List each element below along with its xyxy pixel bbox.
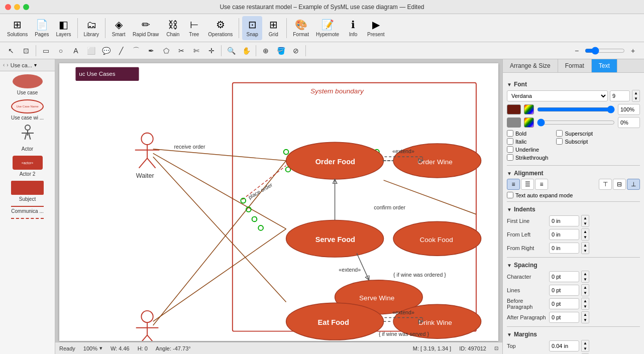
bold-checkbox[interactable]: [507, 130, 513, 137]
close-button[interactable]: [5, 4, 11, 10]
toolbar-info[interactable]: ℹ Info: [343, 16, 363, 40]
from-left-up[interactable]: ▲: [582, 229, 589, 234]
first-line-up[interactable]: ▲: [582, 215, 589, 221]
zoom-slider[interactable]: [585, 47, 625, 55]
stroke-opacity-input[interactable]: [618, 117, 640, 128]
callout-tool[interactable]: 💬: [99, 44, 113, 57]
margin-top-input[interactable]: [549, 340, 579, 351]
select-tool[interactable]: ↖: [4, 44, 18, 57]
align-center-btn[interactable]: ☰: [521, 179, 534, 190]
italic-checkbox[interactable]: [507, 138, 513, 145]
breadcrumb-dropdown[interactable]: ▾: [34, 62, 37, 68]
first-line-down[interactable]: ▼: [582, 221, 589, 226]
margin-top-down[interactable]: ▼: [582, 346, 589, 351]
pan-tool[interactable]: ✋: [239, 44, 253, 57]
from-left-stepper[interactable]: ▲ ▼: [581, 228, 589, 241]
lines-stepper[interactable]: ▲ ▼: [581, 284, 589, 296]
toolbar-library[interactable]: 🗂 Library: [81, 16, 102, 40]
from-left-down[interactable]: ▼: [582, 234, 589, 240]
align-bottom-btn[interactable]: ⊥: [627, 179, 640, 190]
crosshair-tool[interactable]: ✛: [204, 44, 219, 57]
from-left-input[interactable]: [549, 229, 579, 240]
zoom-stepper[interactable]: ▾: [99, 345, 102, 351]
font-size-down[interactable]: ▼: [632, 96, 639, 101]
align-top-btn[interactable]: ⊤: [599, 179, 612, 190]
shape-actor2[interactable]: «actor» Actor 2: [5, 156, 50, 177]
tab-text[interactable]: Text: [592, 59, 617, 72]
from-right-down[interactable]: ▼: [582, 248, 589, 254]
breadcrumb-forward[interactable]: ›: [7, 62, 8, 68]
eyedrop-tool[interactable]: 🪣: [274, 44, 288, 57]
underline-checkbox[interactable]: [507, 146, 513, 153]
lines-input[interactable]: [549, 285, 579, 296]
before-paragraph-down[interactable]: ▼: [582, 304, 589, 309]
before-paragraph-input[interactable]: [549, 298, 579, 309]
minimize-button[interactable]: [14, 4, 20, 10]
polygon-tool[interactable]: ⬠: [159, 44, 173, 57]
fill-color-swatch[interactable]: [507, 104, 521, 114]
before-paragraph-up[interactable]: ▲: [582, 298, 589, 304]
zoom-out-small[interactable]: −: [570, 44, 584, 57]
fill-opacity-slider[interactable]: [537, 106, 615, 113]
toolbar-snap[interactable]: ⊡ Snap: [242, 16, 262, 40]
after-paragraph-input[interactable]: [549, 312, 579, 323]
shape-communication[interactable]: Communica ...: [5, 206, 50, 214]
shape-use-case-wi[interactable]: Use Case Name Use case wi ...: [5, 99, 50, 121]
stroke-opacity-slider[interactable]: [537, 119, 615, 126]
margin-top-up[interactable]: ▲: [582, 340, 589, 346]
margin-top-stepper[interactable]: ▲ ▼: [581, 340, 589, 352]
superscript-checkbox[interactable]: [556, 130, 563, 137]
spacing-section-header[interactable]: ▼ Spacing: [507, 262, 640, 269]
knife-tool[interactable]: ✂: [174, 44, 188, 57]
from-right-input[interactable]: [549, 243, 579, 254]
alignment-section-header[interactable]: ▼ Alignment: [507, 170, 640, 177]
first-line-input[interactable]: [549, 215, 579, 226]
stroke-color-picker[interactable]: [524, 117, 534, 128]
toolbar-chain[interactable]: ⛓ Chain: [163, 16, 183, 40]
tab-arrange[interactable]: Arrange & Size: [503, 59, 558, 72]
after-paragraph-up[interactable]: ▲: [582, 312, 589, 317]
toolbar-tree[interactable]: ⊢ Tree: [184, 16, 204, 40]
from-right-up[interactable]: ▲: [582, 243, 589, 248]
toolbar-pages[interactable]: 📄 Pages: [32, 16, 52, 40]
font-section-header[interactable]: ▼ Font: [507, 81, 640, 88]
ellipse-tool[interactable]: ○: [54, 44, 68, 57]
character-stepper[interactable]: ▲ ▼: [581, 271, 589, 283]
toolbar-rapiddraw[interactable]: ✏ Rapid Draw: [130, 16, 162, 40]
shape-subject[interactable]: Subject: [5, 181, 50, 202]
indents-section-header[interactable]: ▼ Indents: [507, 206, 640, 213]
shape-dashed[interactable]: [5, 218, 50, 220]
align-left-btn[interactable]: ≡: [507, 179, 520, 190]
font-size-stepper[interactable]: ▲ ▼: [632, 90, 640, 102]
strikethrough-checkbox[interactable]: [507, 154, 513, 161]
arc-tool[interactable]: ⌒: [129, 44, 143, 57]
toolbar-present[interactable]: ▶ Present: [364, 16, 387, 40]
fill-color-picker[interactable]: [524, 104, 534, 114]
toolbar-layers[interactable]: ◧ Layers: [53, 16, 74, 40]
after-paragraph-stepper[interactable]: ▲ ▼: [581, 311, 589, 323]
character-down[interactable]: ▼: [582, 277, 589, 282]
marquee-tool[interactable]: ⊡: [19, 44, 33, 57]
text-tool[interactable]: A: [69, 44, 83, 57]
font-size-up[interactable]: ▲: [632, 90, 639, 96]
subscript-checkbox[interactable]: [556, 138, 563, 145]
toolbar-hypernote[interactable]: 📝 Hypernote: [313, 16, 342, 40]
zoom-in-small[interactable]: +: [626, 44, 640, 57]
toolbar-grid[interactable]: ⊞ Grid: [263, 16, 283, 40]
line-tool[interactable]: ╱: [114, 44, 128, 57]
zoom-control[interactable]: 100% ▾: [83, 345, 102, 351]
auto-expand-checkbox[interactable]: [507, 192, 513, 198]
after-paragraph-down[interactable]: ▼: [582, 317, 589, 323]
scissors-tool[interactable]: ✄: [189, 44, 203, 57]
lines-down[interactable]: ▼: [582, 290, 589, 296]
toolbar-operations[interactable]: ⚙ Operations: [205, 16, 236, 40]
canvas-area[interactable]: uc Use Cases System boundary Waiter: [55, 59, 502, 354]
fill-opacity-input[interactable]: [618, 104, 640, 115]
diagram-canvas[interactable]: uc Use Cases System boundary Waiter: [59, 63, 498, 341]
tab-format[interactable]: Format: [558, 59, 592, 72]
maximize-button[interactable]: [23, 4, 29, 10]
status-resize-handle[interactable]: ⊡: [494, 345, 498, 351]
first-line-stepper[interactable]: ▲ ▼: [581, 215, 589, 227]
toolbar-smart[interactable]: ◈ Smart: [109, 16, 129, 40]
stroke-color-swatch[interactable]: [507, 117, 521, 128]
